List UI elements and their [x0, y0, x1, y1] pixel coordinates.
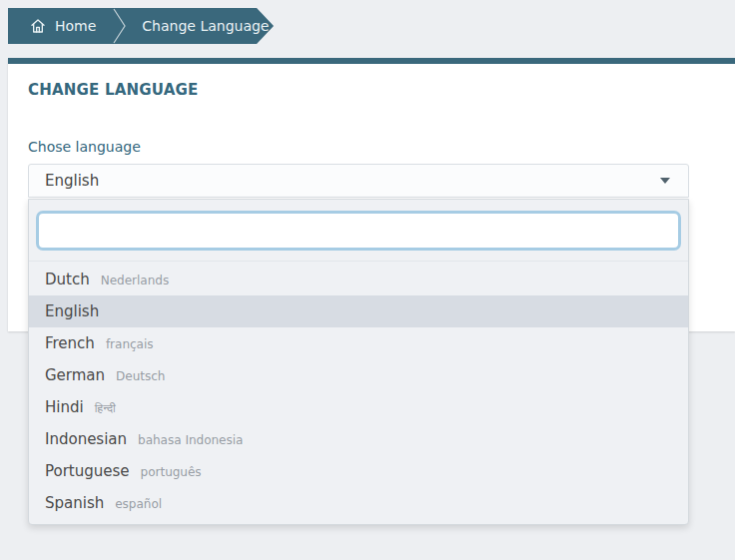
- chevron-right-icon: [113, 8, 127, 44]
- page: Home Change Language CHANGE LANGUAGE Cho…: [0, 0, 735, 560]
- change-language-card: CHANGE LANGUAGE Chose language English D…: [8, 58, 735, 331]
- language-native-name: bahasa Indonesia: [138, 433, 243, 447]
- language-name: French: [45, 334, 95, 352]
- language-option[interactable]: Indonesian bahasa Indonesia: [29, 423, 688, 455]
- language-dropdown: Dutch Nederlands English French français…: [28, 199, 689, 525]
- language-option[interactable]: Dutch Nederlands: [29, 264, 688, 295]
- language-select-wrap: English Dutch Nederlands English French …: [28, 164, 689, 198]
- language-native-name: español: [115, 497, 162, 511]
- language-name: Indonesian: [45, 430, 127, 448]
- language-search-box: [29, 200, 688, 262]
- language-native-name: Nederlands: [101, 274, 169, 287]
- language-native-name: Deutsch: [116, 369, 165, 383]
- language-select-value: English: [45, 172, 99, 190]
- language-name: English: [45, 302, 99, 320]
- language-form-group: Chose language English Dutch Nederlands …: [28, 139, 715, 198]
- home-icon: [30, 18, 46, 34]
- language-name: Hindi: [45, 398, 84, 416]
- language-name: Dutch: [45, 271, 90, 288]
- caret-down-icon: [660, 178, 670, 184]
- breadcrumb: Home Change Language: [8, 8, 274, 44]
- breadcrumb-current-label: Change Language: [142, 18, 269, 34]
- language-option[interactable]: English: [29, 295, 688, 327]
- breadcrumb-home-label: Home: [55, 18, 96, 34]
- language-list: Dutch Nederlands English French français…: [29, 262, 688, 519]
- language-option[interactable]: German Deutsch: [29, 359, 688, 391]
- language-option[interactable]: French français: [29, 327, 688, 359]
- page-title: CHANGE LANGUAGE: [28, 81, 715, 99]
- language-option[interactable]: Spanish español: [29, 487, 688, 519]
- language-select[interactable]: English: [28, 164, 689, 198]
- language-option[interactable]: Hindi हिन्दी: [29, 391, 688, 423]
- language-search-input[interactable]: [36, 211, 681, 251]
- language-option[interactable]: Portuguese português: [29, 455, 688, 487]
- language-native-name: português: [141, 465, 202, 479]
- breadcrumb-home[interactable]: Home: [30, 18, 96, 34]
- choose-language-label: Chose language: [28, 139, 715, 155]
- language-native-name: français: [106, 337, 154, 351]
- language-native-name: हिन्दी: [95, 401, 116, 415]
- language-name: Spanish: [45, 494, 104, 512]
- language-name: German: [45, 366, 105, 384]
- breadcrumb-current[interactable]: Change Language: [142, 18, 269, 34]
- language-name: Portuguese: [45, 462, 130, 480]
